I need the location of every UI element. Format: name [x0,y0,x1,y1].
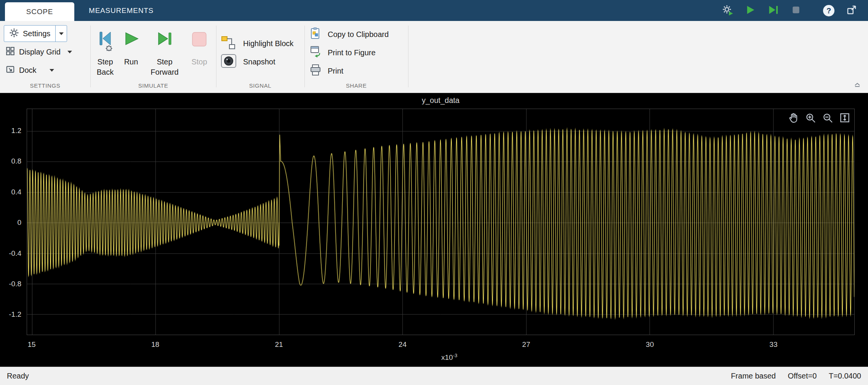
status-offset: Offset=0 [788,372,817,380]
y-tick-label: 0.8 [0,157,21,165]
status-frame-based: Frame based [731,372,776,380]
snapshot-icon [220,53,237,71]
step-back-icon [95,30,115,52]
section-label-signal: SIGNAL [216,82,304,89]
titlebar-stop-button [789,2,803,19]
highlight-block-button[interactable]: Highlight Block [220,35,293,52]
x-tick-label: 30 [637,340,662,349]
section-divider [408,26,408,87]
toolstrip-ribbon: Settings Display Grid [0,21,868,93]
section-label-settings: SETTINGS [0,82,90,89]
clipboard-icon [309,27,322,42]
print-label: Print [328,67,343,75]
section-label-share: SHARE [304,82,408,89]
y-tick-label: 0 [0,218,21,227]
gear-icon [9,28,19,40]
titlebar-step-back-button[interactable] [720,2,735,19]
display-grid-button[interactable]: Display Grid [5,44,72,59]
y-tick-label: -0.8 [0,280,21,288]
stop-label: Stop [191,57,207,67]
step-forward-label-line2: Forward [151,67,178,77]
x-tick-label: 24 [390,340,415,349]
plot-axes [27,109,855,335]
print-to-figure-label: Print to Figure [328,48,376,57]
y-tick-label: -1.2 [0,310,21,319]
grid-icon [5,46,15,58]
tab-measurements[interactable]: MEASUREMENTS [78,0,164,21]
dock-button[interactable]: Dock [5,63,54,78]
section-divider [304,26,305,87]
x-tick-label: 33 [761,340,786,349]
printer-icon [309,64,322,79]
stop-button: Stop [180,30,218,67]
x-axis-multiplier: x10-3 [441,353,457,362]
y-tick-label: 0.4 [0,188,21,196]
step-forward-icon [155,30,175,52]
display-grid-label: Display Grid [19,48,61,56]
run-icon [121,30,141,52]
print-to-figure-icon [309,45,322,60]
plot-title: y_out_data [27,96,855,105]
settings-dropdown-button[interactable] [55,26,67,42]
status-right: Frame based Offset=0 T=0.0400 [721,372,861,380]
snapshot-label: Snapshot [243,58,275,66]
stop-icon [189,30,209,52]
status-bar: Ready Frame based Offset=0 T=0.0400 [0,367,868,385]
help-icon: ? [823,5,834,16]
section-label-simulate: SIMULATE [90,82,216,89]
titlebar-help-button[interactable]: ? [822,2,836,19]
step-back-label-line1: Step [97,57,113,67]
chevron-down-icon [59,32,64,35]
x-tick-label: 18 [143,340,167,349]
run-label: Run [124,57,138,67]
step-back-gear-icon [721,4,733,18]
status-ready: Ready [7,372,29,380]
collapse-toolstrip-button[interactable] [853,80,862,88]
print-to-figure-button[interactable]: Print to Figure [309,45,376,61]
scope-plot-area: y_out_data [0,93,868,367]
chevron-down-icon [50,69,54,72]
copy-to-clipboard-button[interactable]: Copy to Clipboard [309,26,389,42]
waveform-canvas[interactable] [27,109,854,335]
highlight-block-icon [220,34,237,53]
toolstrip-tab-bar: SCOPE MEASUREMENTS [0,0,868,21]
run-button[interactable]: Run [116,30,146,67]
x-tick-label: 15 [19,340,44,349]
plot-nav-toolbar [788,112,850,125]
run-icon [745,5,756,17]
chevron-up-icon [854,82,861,87]
chevron-down-icon [67,51,72,53]
titlebar-undock-button[interactable] [844,2,859,19]
settings-label: Settings [23,29,50,38]
stop-icon [791,5,801,16]
step-back-label-line2: Back [97,67,114,77]
titlebar-step-forward-button[interactable] [766,2,780,19]
fit-to-view-icon[interactable] [839,112,850,125]
titlebar-quick-toolbar: ? [720,0,859,21]
tab-scope[interactable]: SCOPE [5,2,74,21]
x-tick-label: 21 [267,340,291,349]
step-forward-label-line1: Step [157,57,172,67]
undock-icon [846,4,857,17]
settings-button-main[interactable]: Settings [4,26,55,42]
copy-to-clipboard-label: Copy to Clipboard [328,30,389,39]
step-forward-icon [767,5,779,17]
settings-button[interactable]: Settings [4,25,67,42]
y-tick-label: 1.2 [0,127,21,135]
snapshot-button[interactable]: Snapshot [220,53,275,71]
x-tick-label: 27 [514,340,538,349]
dock-icon [5,64,15,76]
titlebar-run-button[interactable] [743,2,757,19]
scope-window: SCOPE MEASUREMENTS [0,0,868,385]
section-divider [216,26,216,87]
zoom-out-icon[interactable] [822,112,833,125]
status-time: T=0.0400 [829,372,861,380]
step-forward-button[interactable]: Step Forward [146,30,184,77]
pan-hand-icon[interactable] [788,112,799,125]
dock-label: Dock [19,66,37,75]
zoom-in-icon[interactable] [805,112,816,125]
highlight-block-label: Highlight Block [243,39,293,48]
y-tick-label: -0.4 [0,249,21,258]
print-button[interactable]: Print [309,63,343,79]
